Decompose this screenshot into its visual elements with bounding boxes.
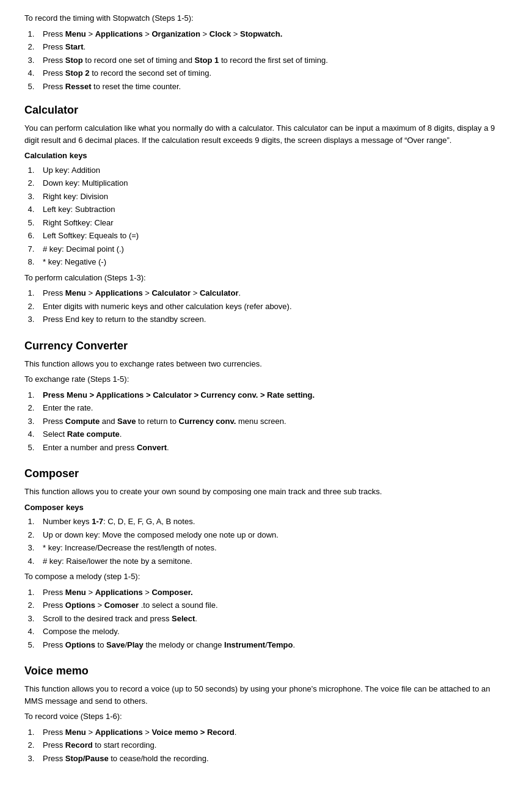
composer-step-3: Scroll to the desired track and press Se… — [37, 613, 508, 625]
stopwatch-step-5: Press Resset to reset the time counter. — [37, 81, 508, 93]
voice-step-3: Press Stop/Pause to cease/hold the recor… — [37, 753, 508, 765]
voice-memo-title: Voice memo — [24, 663, 508, 679]
keys-17-bold: 1-7 — [92, 517, 103, 526]
voice-step-1: Press Menu > Applications > Voice memo >… — [37, 726, 508, 739]
currency-intro: This function allows you to exchange rat… — [24, 358, 508, 370]
voice-memo-bold-vm: Voice memo > Record — [151, 728, 234, 737]
calculator-section: Calculator You can perform calculation l… — [24, 102, 508, 326]
stopwatch-step-1: Press Menu > Applications > Organization… — [37, 28, 508, 40]
composer-key-1: Number keys 1-7: C, D, E, F, G, A, B not… — [37, 516, 508, 528]
voice-memo-steps-intro: To record voice (Steps 1-6): — [24, 710, 508, 723]
composer-key-2: Up or down key: Move the composed melody… — [37, 529, 508, 541]
instrument-bold-comp: Instrument — [224, 640, 265, 649]
stop-bold: Stop — [65, 56, 83, 65]
calculation-keys-title: Calculation keys — [24, 150, 508, 162]
calc-key-1: Up key: Addition — [37, 164, 508, 177]
stop2-bold: Stop 2 — [65, 68, 90, 78]
organization-bold: Organization — [151, 29, 200, 38]
compute-bold: Compute — [65, 417, 100, 426]
composer-key-3: * key: Increase/Decrease the rest/length… — [37, 542, 508, 554]
voice-memo-intro: This function allows you to record a voi… — [24, 683, 508, 707]
voice-memo-section: Voice memo This function allows you to r… — [24, 663, 508, 764]
composer-step-1: Press Menu > Applications > Composer. — [37, 586, 508, 599]
calculator-intro: You can perform calculation like what yo… — [24, 122, 508, 146]
options-bold-comp: Options — [65, 601, 95, 610]
stopwatch-section: To record the timing with Stopwatch (Ste… — [24, 12, 508, 92]
calc-key-2: Down key: Multiplication — [37, 177, 508, 189]
composer-steps-list: Press Menu > Applications > Composer. Pr… — [37, 586, 508, 651]
composer-title: Composer — [24, 466, 508, 482]
composer-step-5: Press Options to Save/Play the melody or… — [37, 639, 508, 651]
voice-step-2: Press Record to start recording. — [37, 739, 508, 751]
composer-section: Composer This function allows you to cre… — [24, 466, 508, 651]
calc-key-4: Left key: Subtraction — [37, 203, 508, 216]
stopwatch-steps-list: Press Menu > Applications > Organization… — [37, 28, 508, 93]
currency-step-4: Select Rate compute. — [37, 428, 508, 440]
calc-step-3: Press End key to return to the standby s… — [37, 313, 508, 326]
currency-title: Currency Converter — [24, 338, 508, 354]
composer-keys-title: Composer keys — [24, 502, 508, 514]
composer-intro: This function allows you to create your … — [24, 486, 508, 498]
currency-step-5: Enter a number and press Convert. — [37, 442, 508, 454]
calc-step-1: Press Menu > Applications > Calculator >… — [37, 287, 508, 299]
play-bold-comp: Play — [127, 640, 144, 649]
save-bold-curr: Save — [117, 417, 136, 426]
calculator-bold-calc: Calculator — [151, 288, 191, 298]
menu-bold-comp: Menu — [65, 588, 86, 597]
calc-key-3: Right key: Division — [37, 191, 508, 203]
calc-key-6: Left Softkey: Equeals to (=) — [37, 230, 508, 242]
calc-key-8: * key: Negative (-) — [37, 256, 508, 268]
options2-bold-comp: Options — [65, 640, 95, 649]
currency-steps-intro: To exchange rate (Steps 1-5): — [24, 373, 508, 385]
composer-step-4: Compose the melody. — [37, 626, 508, 638]
calculation-keys-list: Up key: Addition Down key: Multiplicatio… — [37, 164, 508, 268]
stopwatch-step-2: Press Start. — [37, 41, 508, 53]
convert-bold: Convert — [137, 443, 167, 452]
applications-bold-curr: Applications — [96, 390, 144, 400]
applications-bold-vm: Applications — [95, 728, 143, 737]
menu-bold-vm: Menu — [65, 728, 86, 737]
currency-conv-bold: Currency conv. — [179, 417, 236, 426]
calculator2-bold-calc: Calculator — [200, 288, 239, 298]
resset-bold: Resset — [65, 82, 92, 91]
menu-bold-calc: Menu — [65, 288, 86, 298]
composer-step-2: Press Options > Comoser .to select a sou… — [37, 599, 508, 612]
applications-bold-comp: Applications — [95, 588, 143, 597]
comoser-bold-comp: Comoser — [104, 601, 139, 610]
applications-bold: Applications — [95, 29, 143, 38]
save-bold-comp: Save — [106, 640, 125, 649]
voice-memo-steps-list: Press Menu > Applications > Voice memo >… — [37, 726, 508, 765]
record-bold-vm: Record — [65, 740, 93, 750]
currency-bold-curr: Currency conv. > Rate setting. — [201, 390, 315, 400]
currency-step-2: Enter the rate. — [37, 402, 508, 414]
stopwatch-bold: Stopwatch. — [240, 29, 282, 38]
applications-bold-calc: Applications — [95, 288, 143, 298]
composer-steps-intro: To compose a melody (step 1-5): — [24, 571, 508, 583]
menu-bold-curr: Menu — [67, 390, 87, 400]
calculator-steps-intro: To perform calculation (Steps 1-3): — [24, 272, 508, 284]
select-bold-comp: Select — [172, 614, 195, 623]
currency-step-3: Press Compute and Save to return to Curr… — [37, 415, 508, 428]
currency-step-1: Press Menu > Applications > Calculator >… — [37, 389, 508, 401]
rate-compute-bold: Rate compute — [67, 429, 120, 439]
stopwatch-step-3: Press Stop to record one set of timing a… — [37, 54, 508, 67]
calc-step-2: Enter digits with numeric keys and other… — [37, 301, 508, 313]
calc-key-7: # key: Decimal point (.) — [37, 243, 508, 255]
stopwatch-step-4: Press Stop 2 to record the second set of… — [37, 67, 508, 79]
calculator-steps-list: Press Menu > Applications > Calculator >… — [37, 287, 508, 326]
currency-section: Currency Converter This function allows … — [24, 338, 508, 454]
currency-steps-list: Press Menu > Applications > Calculator >… — [37, 389, 508, 454]
start-bold: Start — [65, 42, 84, 51]
composer-bold-comp: Composer. — [151, 588, 192, 597]
stopwatch-intro: To record the timing with Stopwatch (Ste… — [24, 12, 508, 24]
menu-bold: Menu — [65, 29, 86, 38]
calc-key-5: Right Softkey: Clear — [37, 217, 508, 229]
tempo-bold-comp: Tempo — [268, 640, 293, 649]
calculator-title: Calculator — [24, 102, 508, 119]
calculator-bold-curr: Calculator — [153, 390, 192, 400]
clock-bold: Clock — [210, 29, 231, 38]
composer-keys-list: Number keys 1-7: C, D, E, F, G, A, B not… — [37, 516, 508, 567]
press-bold-curr: Press Menu > Applications > Calculator >… — [43, 390, 315, 400]
composer-key-4: # key: Raise/lower the note by a semiton… — [37, 555, 508, 568]
stop-pause-bold-vm: Stop/Pause — [65, 754, 109, 763]
